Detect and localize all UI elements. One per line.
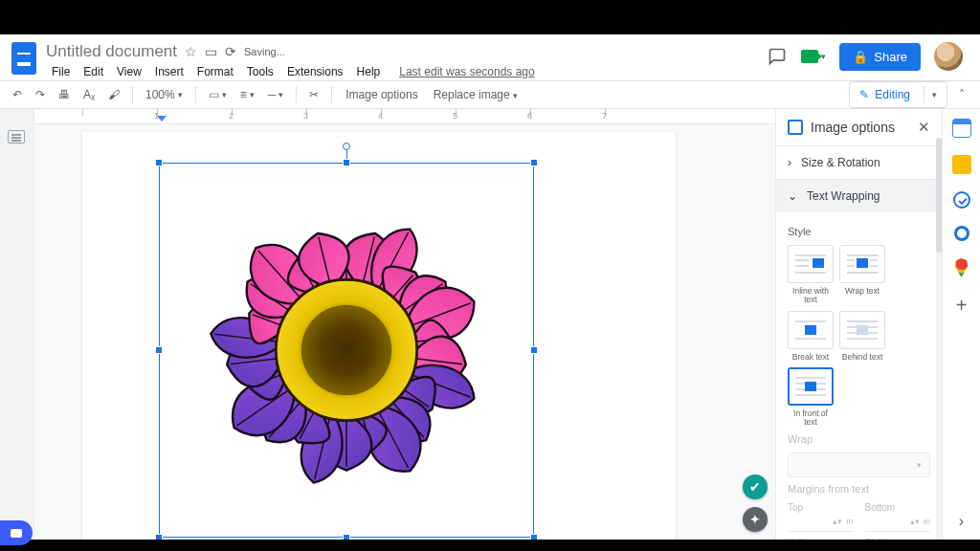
selected-image[interactable] <box>159 163 534 538</box>
ruler-marks: 1 2 3 4 5 6 7 <box>82 109 775 123</box>
move-icon[interactable]: ▭ <box>205 44 217 59</box>
border-color-icon[interactable]: ▭▾ <box>204 85 232 104</box>
share-button[interactable]: 🔒 Share <box>839 43 921 71</box>
zoom-value: 100% <box>145 88 175 101</box>
menu-extensions[interactable]: Extensions <box>281 63 349 80</box>
style-behind[interactable]: Behind text <box>839 311 885 362</box>
toolbar: ↶ ↷ 🖶 Aᵪ 🖌 100% ▾ ▭▾ ≡▾ ─▾ ✂ Image optio… <box>0 80 980 109</box>
spellcheck-icon[interactable]: Aᵪ <box>78 85 100 104</box>
account-avatar[interactable] <box>934 42 963 71</box>
unit: in <box>846 517 853 526</box>
replace-image-button[interactable]: Replace image ▾ <box>428 85 523 104</box>
resize-handle-sw[interactable] <box>155 534 163 540</box>
docs-logo-icon[interactable] <box>11 42 36 75</box>
last-edit-link[interactable]: Last edit was seconds ago <box>393 63 540 80</box>
redo-icon[interactable]: ↷ <box>31 85 50 104</box>
close-icon[interactable]: ✕ <box>918 119 930 136</box>
ruler-num: 3 <box>303 111 308 121</box>
calendar-icon[interactable] <box>952 119 971 138</box>
meet-button[interactable]: ▾ <box>801 50 826 63</box>
style-wrap[interactable]: Wrap text <box>839 245 885 305</box>
grammar-suggestion-icon[interactable]: ✔ <box>743 474 768 499</box>
menu-insert[interactable]: Insert <box>149 63 189 80</box>
resize-handle-nw[interactable] <box>155 159 163 166</box>
contacts-icon[interactable] <box>954 226 969 241</box>
resize-handle-e[interactable] <box>530 346 538 354</box>
horizontal-ruler[interactable]: 1 2 3 4 5 6 7 <box>34 109 775 124</box>
wrap-subsection: Wrap ▾ <box>788 433 930 477</box>
ruler-num: 2 <box>229 111 234 121</box>
menu-view[interactable]: View <box>111 63 147 80</box>
comment-history-icon[interactable] <box>767 46 788 67</box>
image-icon <box>788 120 803 135</box>
main-area: 1 2 3 4 5 6 7 <box>0 109 980 540</box>
zoom-select[interactable]: 100% ▾ <box>141 85 188 104</box>
separator <box>132 86 133 103</box>
section-text-wrapping: ⌄ Text Wrapping Style Inline with text W… <box>776 180 942 540</box>
style-in-front[interactable]: In front of text <box>788 367 834 428</box>
section-header-size-rotation[interactable]: › Size & Rotation <box>776 146 942 179</box>
resize-handle-w[interactable] <box>155 346 163 354</box>
keep-icon[interactable] <box>952 155 971 174</box>
menu-format[interactable]: Format <box>191 63 239 80</box>
sidepanel-title: Image options <box>811 120 895 135</box>
image-options-button[interactable]: Image options <box>340 85 423 104</box>
indent-marker-icon[interactable] <box>157 116 167 121</box>
style-break[interactable]: Break text <box>788 311 834 362</box>
print-icon[interactable]: 🖶 <box>54 85 75 104</box>
hide-rail-icon[interactable]: › <box>959 513 964 530</box>
maps-icon[interactable] <box>955 258 969 277</box>
collapse-toolbar-icon[interactable]: ˄ <box>951 88 972 101</box>
menubar: File Edit View Insert Format Tools Exten… <box>46 63 767 80</box>
sidepanel-scrollbar-thumb[interactable] <box>936 138 942 253</box>
border-dash-icon[interactable]: ─▾ <box>263 85 289 104</box>
explore-icon[interactable]: ✦ <box>743 507 768 532</box>
tasks-icon[interactable] <box>953 191 970 209</box>
ruler-num: 4 <box>378 111 383 121</box>
margin-bottom-field: Bottom ▴▾in <box>865 502 931 532</box>
style-inline[interactable]: Inline with text <box>788 245 834 305</box>
style-grid: Inline with text Wrap text Break text <box>788 245 930 428</box>
separator <box>924 86 924 103</box>
style-caption: In front of text <box>788 409 834 428</box>
paint-format-icon[interactable]: 🖌 <box>103 85 124 104</box>
star-icon[interactable]: ☆ <box>185 44 197 59</box>
resize-handle-s[interactable] <box>343 534 350 540</box>
cloud-refresh-icon: ⟳ <box>225 44 236 59</box>
style-label: Style <box>788 226 930 237</box>
margins-label: Margins from text <box>788 483 930 495</box>
image-options-panel: Image options ✕ › Size & Rotation ⌄ Text… <box>775 109 942 540</box>
document-canvas[interactable]: 1 2 3 4 5 6 7 <box>34 109 775 540</box>
wrap-label: Wrap <box>788 433 930 445</box>
margin-right-field: Right ▴▾in <box>865 538 931 540</box>
style-caption: Behind text <box>839 353 885 362</box>
menu-help[interactable]: Help <box>351 63 387 80</box>
resize-handle-n[interactable] <box>343 159 350 166</box>
floating-buttons: ✔ ✦ <box>743 474 768 532</box>
chevron-down-icon: ⌄ <box>788 189 797 203</box>
sidepanel-header: Image options ✕ <box>776 109 942 146</box>
document-name[interactable]: Untitled document <box>46 42 177 61</box>
meet-icon <box>801 50 818 63</box>
margin-label: Bottom <box>865 502 896 513</box>
titlebar-center: Untitled document ☆ ▭ ⟳ Saving... File E… <box>46 42 767 80</box>
section-header-text-wrapping[interactable]: ⌄ Text Wrapping <box>776 180 942 212</box>
menu-tools[interactable]: Tools <box>241 63 279 80</box>
google-docs-app: Untitled document ☆ ▭ ⟳ Saving... File E… <box>0 34 980 540</box>
margin-label: Left <box>788 538 804 540</box>
resize-handle-ne[interactable] <box>530 159 538 166</box>
crop-icon[interactable]: ✂ <box>304 85 323 104</box>
undo-icon[interactable]: ↶ <box>8 85 27 104</box>
rotation-handle[interactable] <box>343 143 350 150</box>
outline-icon[interactable] <box>8 130 25 143</box>
header-right: ▾ 🔒 Share <box>767 42 969 71</box>
mode-switcher[interactable]: ✎ Editing ▾ <box>849 81 947 108</box>
video-fab-icon[interactable] <box>0 520 33 545</box>
text-wrapping-body: Style Inline with text Wrap text Brea <box>776 212 942 540</box>
resize-handle-se[interactable] <box>530 534 538 540</box>
menu-file[interactable]: File <box>46 63 76 80</box>
menu-edit[interactable]: Edit <box>78 63 109 80</box>
border-weight-icon[interactable]: ≡▾ <box>235 85 259 104</box>
add-on-plus-icon[interactable]: + <box>956 295 968 317</box>
letterbox-top <box>0 0 980 34</box>
